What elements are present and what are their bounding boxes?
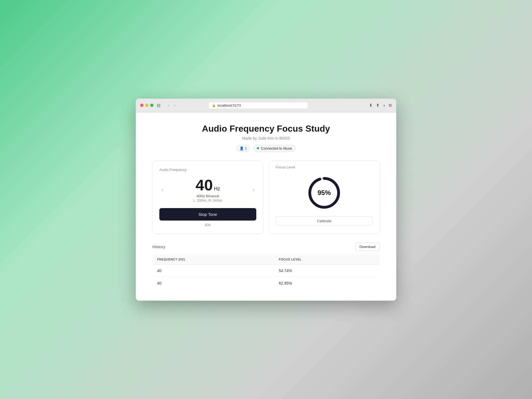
cell-frequency: 40 bbox=[153, 264, 275, 277]
download-button[interactable]: Download bbox=[355, 243, 380, 251]
traffic-lights bbox=[140, 104, 154, 107]
browser-actions: ⬇ ⬆ + ⧉ bbox=[369, 103, 392, 108]
col-focus: FOCUS LEVEL bbox=[274, 254, 379, 264]
connection-label: Connected to Muse bbox=[261, 146, 292, 150]
browser-window: ⊟ ‹ › 🔒 localhost:5173 ⬇ ⬆ + ⧉ Audio Fre… bbox=[136, 99, 396, 301]
focus-percentage: 95% bbox=[318, 189, 331, 197]
col-frequency: FREQUENCY (HZ) bbox=[153, 254, 275, 264]
sidebar-toggle-button[interactable]: ⊟ bbox=[157, 103, 160, 108]
cell-frequency: 40 bbox=[153, 277, 275, 289]
history-header: History Download bbox=[152, 243, 380, 251]
audio-frequency-panel: Audio Frequency ‹ 40 Hz 40Hz Binaural L:… bbox=[152, 161, 263, 234]
audio-panel-label: Audio Frequency bbox=[159, 168, 256, 172]
page-content: Audio Frequency Focus Study Made by Jude… bbox=[136, 112, 396, 301]
table-row: 4062.95% bbox=[153, 277, 380, 289]
frequency-unit: Hz bbox=[214, 186, 220, 192]
lock-icon: 🔒 bbox=[212, 104, 216, 107]
user-count-badge: 👤 1 bbox=[236, 145, 250, 152]
next-frequency-button[interactable]: › bbox=[250, 185, 256, 195]
frequency-value: 40 Hz bbox=[193, 177, 222, 193]
back-button[interactable]: ‹ bbox=[167, 103, 171, 108]
focus-panel-label: Focus Level bbox=[276, 165, 295, 169]
address-bar[interactable]: 🔒 localhost:5173 bbox=[208, 102, 308, 109]
user-icon: 👤 bbox=[239, 146, 244, 150]
frequency-center: 40 Hz 40Hz Binaural L: 200Hz, R: 240Hz bbox=[193, 177, 222, 203]
new-tab-icon[interactable]: + bbox=[383, 103, 385, 108]
download-icon[interactable]: ⬇ bbox=[369, 103, 373, 108]
connection-dot bbox=[257, 147, 259, 149]
frequency-detail: L: 200Hz, R: 240Hz bbox=[193, 199, 222, 203]
url-display: localhost:5173 bbox=[218, 103, 241, 108]
history-title: History bbox=[152, 244, 165, 249]
duration-display: 83s bbox=[159, 223, 256, 227]
table-row: 4054.74% bbox=[153, 264, 380, 277]
user-count-value: 1 bbox=[245, 146, 247, 150]
share-icon[interactable]: ⬆ bbox=[376, 103, 380, 108]
focus-level-panel: Focus Level 95% Calibrate bbox=[269, 161, 380, 234]
calibrate-button[interactable]: Calibrate bbox=[276, 216, 373, 226]
history-section: History Download FREQUENCY (HZ) FOCUS LE… bbox=[152, 243, 380, 290]
maximize-button[interactable] bbox=[150, 104, 154, 107]
page-header: Audio Frequency Focus Study Made by Jude… bbox=[152, 124, 380, 152]
connection-status-badge: Connected to Muse bbox=[253, 145, 296, 152]
minimize-button[interactable] bbox=[145, 104, 149, 107]
browser-nav: ‹ › bbox=[167, 103, 176, 108]
frequency-number: 40 bbox=[196, 177, 213, 193]
history-table-body: 4054.74%4062.95% bbox=[153, 264, 380, 289]
stop-tone-button[interactable]: Stop Tone bbox=[159, 208, 256, 221]
main-panels: Audio Frequency ‹ 40 Hz 40Hz Binaural L:… bbox=[152, 161, 380, 234]
browser-titlebar: ⊟ ‹ › 🔒 localhost:5173 ⬇ ⬆ + ⧉ bbox=[136, 99, 396, 112]
close-button[interactable] bbox=[140, 104, 144, 107]
status-bar: 👤 1 Connected to Muse bbox=[152, 145, 380, 152]
focus-circle: 95% bbox=[306, 175, 342, 211]
cell-focus-level: 54.74% bbox=[274, 264, 379, 277]
cell-focus-level: 62.95% bbox=[274, 277, 379, 289]
frequency-desc: 40Hz Binaural bbox=[193, 194, 222, 198]
history-table: FREQUENCY (HZ) FOCUS LEVEL 4054.74%4062.… bbox=[152, 254, 380, 290]
page-title: Audio Frequency Focus Study bbox=[152, 124, 380, 134]
prev-frequency-button[interactable]: ‹ bbox=[159, 185, 165, 195]
frequency-display: ‹ 40 Hz 40Hz Binaural L: 200Hz, R: 240Hz… bbox=[159, 177, 256, 203]
forward-button[interactable]: › bbox=[173, 103, 177, 108]
page-subtitle: Made by Jude Kim in BNSS bbox=[152, 136, 380, 140]
tabs-icon[interactable]: ⧉ bbox=[389, 103, 392, 108]
table-header: FREQUENCY (HZ) FOCUS LEVEL bbox=[153, 254, 380, 264]
